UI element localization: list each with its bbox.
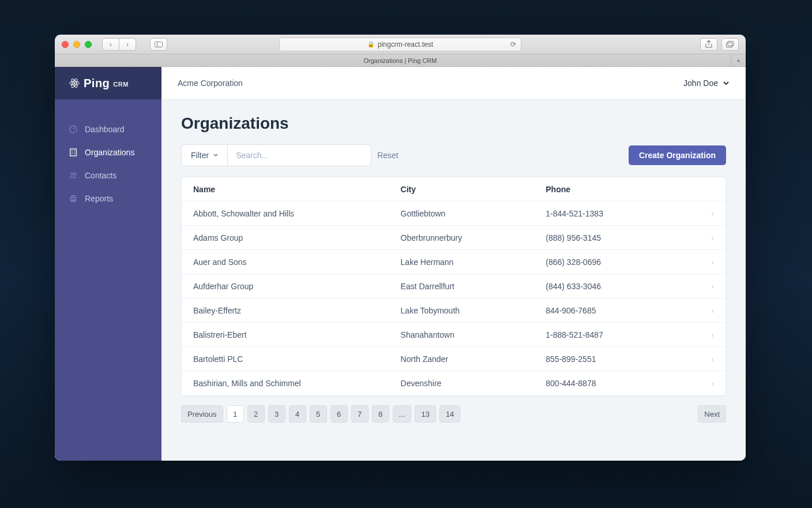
pagination-page[interactable]: 13 (415, 405, 435, 423)
sidebar-item-dashboard[interactable]: Dashboard (55, 118, 161, 141)
table-row[interactable]: Auer and SonsLake Hermann(866) 328-0696› (182, 250, 725, 274)
brand-name: Ping (84, 77, 110, 90)
sidebar: Ping CRM Dashboard Organizations (55, 67, 161, 461)
cell-city: North Zander (401, 354, 546, 364)
sidebar-item-reports[interactable]: Reports (55, 187, 161, 210)
svg-point-4 (73, 82, 75, 84)
app-topbar: Acme Corporation John Doe (161, 67, 746, 99)
table-row[interactable]: Balistreri-EbertShanahantown1-888-521-84… (182, 323, 725, 347)
browser-back-button[interactable]: ‹ (102, 38, 119, 51)
table-row[interactable]: Bashirian, Mills and SchimmelDevenshire8… (182, 371, 725, 395)
table-row[interactable]: Adams GroupOberbrunnerbury(888) 956-3145… (182, 226, 725, 250)
pagination-page[interactable]: 6 (330, 405, 348, 423)
page-title: Organizations (181, 114, 726, 133)
user-name: John Doe (683, 79, 718, 88)
filter-group: Filter Reset (181, 144, 399, 166)
pagination-page[interactable]: 7 (351, 405, 369, 423)
reset-link[interactable]: Reset (377, 151, 399, 160)
pagination-page[interactable]: 3 (268, 405, 285, 423)
svg-rect-3 (728, 41, 734, 46)
chevron-right-icon: › (691, 233, 714, 242)
pagination-page[interactable]: 2 (247, 405, 265, 423)
browser-sidebar-button[interactable] (150, 38, 167, 51)
svg-rect-0 (155, 42, 163, 47)
cell-name: Aufderhar Group (193, 282, 401, 291)
svg-rect-2 (727, 43, 732, 47)
window-close-button[interactable] (62, 41, 69, 48)
browser-share-button[interactable] (700, 38, 717, 51)
cell-name: Balistreri-Ebert (193, 330, 401, 339)
chevron-right-icon: › (691, 209, 714, 218)
pagination-page[interactable]: 4 (289, 405, 306, 423)
sidebar-item-label: Reports (85, 194, 113, 203)
window-minimize-button[interactable] (73, 41, 80, 48)
cell-city: Shanahantown (401, 330, 546, 339)
cell-phone: (866) 328-0696 (546, 257, 691, 267)
tenant-name: Acme Corporation (178, 79, 243, 88)
building-icon (69, 148, 78, 157)
filter-button-label: Filter (191, 151, 209, 160)
page-content: Organizations Filter Reset Create Organi… (161, 99, 746, 461)
table-row[interactable]: Bartoletti PLCNorth Zander855-899-2551› (182, 347, 725, 371)
browser-url-text: pingcrm-react.test (378, 40, 433, 48)
table-row[interactable]: Abbott, Schowalter and HillsGottliebtown… (182, 201, 725, 226)
create-organization-button[interactable]: Create Organization (629, 145, 726, 165)
cell-phone: 1-844-521-1383 (546, 209, 691, 218)
cell-city: Lake Tobymouth (401, 306, 546, 315)
pagination-page[interactable]: 14 (439, 405, 460, 423)
sidebar-item-label: Dashboard (85, 125, 125, 134)
pagination: Previous12345678...1314 Next (181, 405, 726, 423)
pagination-page[interactable]: 5 (310, 405, 327, 423)
cell-city: East Darrellfurt (401, 282, 546, 291)
cell-phone: 1-888-521-8487 (546, 330, 691, 339)
browser-tab-bar: Organizations | Ping CRM + (55, 54, 746, 67)
filter-button[interactable]: Filter (181, 144, 227, 166)
chevron-right-icon: › (691, 379, 714, 388)
gauge-icon (69, 125, 78, 134)
caret-down-icon (213, 153, 218, 158)
cell-city: Gottliebtown (401, 209, 546, 218)
browser-tabs-button[interactable] (721, 38, 739, 51)
col-phone: Phone (546, 185, 691, 194)
chevron-right-icon: › (691, 257, 714, 267)
sidebar-item-contacts[interactable]: Contacts (55, 164, 161, 187)
chevron-right-icon: › (691, 282, 714, 291)
cell-name: Abbott, Schowalter and Hills (193, 209, 401, 218)
pagination-next[interactable]: Next (698, 405, 726, 423)
browser-tab-title[interactable]: Organizations | Ping CRM (364, 57, 437, 64)
pagination-page[interactable]: 8 (372, 405, 389, 423)
chevron-right-icon: › (691, 330, 714, 339)
sidebar-item-organizations[interactable]: Organizations (55, 141, 161, 164)
users-icon (69, 171, 78, 180)
browser-forward-button[interactable]: › (119, 38, 136, 51)
browser-titlebar: ‹ › 🔒 pingcrm-react.test ⟳ (55, 35, 746, 54)
cell-city: Lake Hermann (401, 257, 546, 267)
svg-rect-9 (70, 149, 77, 156)
sidebar-item-label: Organizations (85, 148, 134, 157)
pagination-page[interactable]: 1 (227, 405, 244, 423)
printer-icon (69, 194, 78, 203)
cell-phone: 855-899-2551 (546, 354, 691, 364)
window-zoom-button[interactable] (85, 41, 92, 48)
organizations-table: Name City Phone Abbott, Schowalter and H… (181, 177, 726, 396)
svg-point-11 (74, 173, 76, 175)
browser-new-tab-button[interactable]: + (731, 54, 746, 67)
lock-icon: 🔒 (367, 41, 374, 47)
table-row[interactable]: Aufderhar GroupEast Darrellfurt(844) 633… (182, 274, 725, 298)
cell-phone: 800-444-8878 (546, 379, 691, 388)
traffic-lights (62, 41, 92, 48)
pagination-previous[interactable]: Previous (181, 405, 223, 423)
cell-phone: 844-906-7685 (546, 306, 691, 315)
table-row[interactable]: Bailey-EffertzLake Tobymouth844-906-7685… (182, 298, 725, 323)
search-input[interactable] (227, 144, 371, 166)
table-header: Name City Phone (182, 177, 725, 201)
cell-name: Adams Group (193, 233, 401, 242)
brand-logo[interactable]: Ping CRM (55, 67, 161, 99)
svg-rect-13 (72, 196, 74, 197)
browser-url-bar[interactable]: 🔒 pingcrm-react.test ⟳ (279, 38, 521, 51)
chevron-right-icon: › (691, 306, 714, 315)
col-name: Name (193, 185, 401, 194)
reload-icon[interactable]: ⟳ (510, 40, 516, 48)
user-menu[interactable]: John Doe (683, 79, 730, 88)
list-toolbar: Filter Reset Create Organization (181, 144, 726, 166)
